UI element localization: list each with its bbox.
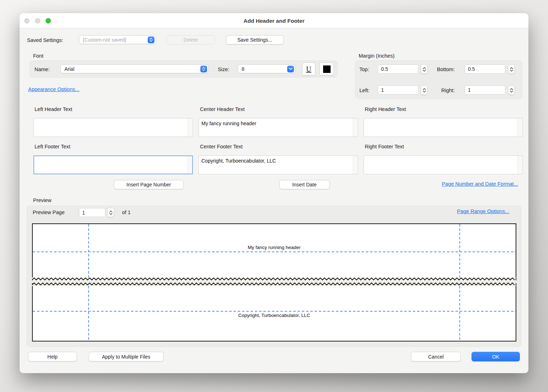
left-footer-label: Left Footer Text xyxy=(35,144,70,149)
margin-right-field[interactable] xyxy=(465,85,505,95)
preview-footer-text: Copyright, Turboencabulator, LLC xyxy=(33,313,516,318)
center-footer-label: Center Footer Text xyxy=(200,144,243,149)
font-name-value: Arial xyxy=(64,66,74,72)
page-range-options-link[interactable]: Page Range Options... xyxy=(457,208,509,214)
font-size-value: 8 xyxy=(242,66,244,72)
titlebar: Add Header and Footer xyxy=(20,13,528,28)
left-margin-guide xyxy=(88,224,89,277)
saved-settings-label: Saved Settings: xyxy=(27,37,63,43)
font-color-button[interactable] xyxy=(320,63,334,75)
select-updown-icon xyxy=(148,36,154,43)
color-swatch xyxy=(323,65,331,73)
textarea-scrollbar-gutter xyxy=(187,156,192,174)
torn-edge-zigzag xyxy=(32,277,516,281)
apply-to-multiple-files-button[interactable]: Apply to Multiple Files xyxy=(89,352,164,361)
right-header-textarea[interactable] xyxy=(364,118,523,137)
left-header-label: Left Header Text xyxy=(35,106,72,112)
page-number-date-format-link[interactable]: Page Number and Date Format... xyxy=(442,181,518,187)
saved-settings-value: [Custom-not saved] xyxy=(83,37,126,43)
margin-bottom-label: Bottom: xyxy=(437,67,455,72)
textarea-scrollbar-gutter xyxy=(188,118,192,137)
margin-right-stepper[interactable] xyxy=(508,85,515,95)
top-margin-guide xyxy=(33,251,516,252)
center-footer-textarea[interactable]: Copyright, Turboencabulator, LLC xyxy=(199,155,358,174)
right-header-label: Right Header Text xyxy=(365,106,406,112)
preview-page-count: of 1 xyxy=(122,210,131,215)
preview-page-stepper[interactable] xyxy=(107,208,114,217)
right-margin-guide xyxy=(459,224,460,277)
margin-right-label: Right: xyxy=(441,88,455,93)
textarea-scrollbar-gutter xyxy=(353,118,357,137)
center-header-label: Center Header Text xyxy=(200,106,244,112)
preview-footer-region: Copyright, Turboencabulator, LLC xyxy=(32,283,516,341)
insert-page-number-button[interactable]: Insert Page Number xyxy=(114,180,184,189)
preview-header-region: My fancy running header xyxy=(32,223,516,280)
font-size-combo[interactable]: 8 xyxy=(238,64,295,73)
margin-bottom-stepper[interactable] xyxy=(508,64,515,74)
right-footer-textarea[interactable] xyxy=(364,155,523,174)
preview-section-label: Preview xyxy=(33,197,52,203)
insert-date-button[interactable]: Insert Date xyxy=(279,180,330,189)
margin-left-label: Left: xyxy=(359,88,369,93)
chevron-down-icon xyxy=(287,65,294,72)
right-footer-label: Right Footer Text xyxy=(365,144,404,149)
underline-button[interactable]: U xyxy=(302,63,315,75)
margin-left-stepper[interactable] xyxy=(421,85,428,95)
margin-top-stepper[interactable] xyxy=(421,64,428,74)
bottom-margin-guide xyxy=(33,311,516,312)
save-settings-button[interactable]: Save Settings... xyxy=(226,35,284,44)
font-section-label: Font xyxy=(33,53,43,59)
delete-button[interactable]: Delete xyxy=(167,35,215,44)
textarea-scrollbar-gutter xyxy=(353,156,357,174)
help-button[interactable]: Help xyxy=(28,352,77,361)
preview-page-label: Preview Page xyxy=(33,210,64,215)
margin-section-label: Margin (Inches) xyxy=(359,53,395,59)
cancel-button[interactable]: Cancel xyxy=(411,352,461,361)
margin-left-field[interactable] xyxy=(378,85,418,95)
margin-top-field[interactable] xyxy=(378,64,418,74)
left-header-textarea[interactable] xyxy=(33,118,193,137)
torn-edge-zigzag xyxy=(32,282,516,286)
font-name-label: Name: xyxy=(35,67,50,72)
saved-settings-select[interactable]: [Custom-not saved] xyxy=(79,35,156,44)
center-header-textarea[interactable]: My fancy running header xyxy=(199,118,358,137)
font-size-label: Size: xyxy=(218,67,229,72)
dialog-title: Add Header and Footer xyxy=(20,13,528,28)
margin-top-label: Top: xyxy=(359,67,369,72)
font-name-select[interactable]: Arial xyxy=(60,64,209,73)
select-updown-icon xyxy=(200,65,207,72)
preview-header-text: My fancy running header xyxy=(33,245,516,250)
left-footer-textarea[interactable] xyxy=(33,155,193,174)
ok-button[interactable]: OK xyxy=(471,352,520,361)
appearance-options-link[interactable]: Appearance Options... xyxy=(28,86,79,92)
preview-page-input[interactable] xyxy=(79,208,105,217)
textarea-scrollbar-gutter xyxy=(517,156,522,174)
textarea-scrollbar-gutter xyxy=(517,118,522,137)
preview-page-canvas: My fancy running header Copyright, Turbo… xyxy=(32,223,516,341)
margin-bottom-field[interactable] xyxy=(465,64,505,74)
add-header-footer-dialog: Add Header and Footer Saved Settings: [C… xyxy=(20,13,528,373)
